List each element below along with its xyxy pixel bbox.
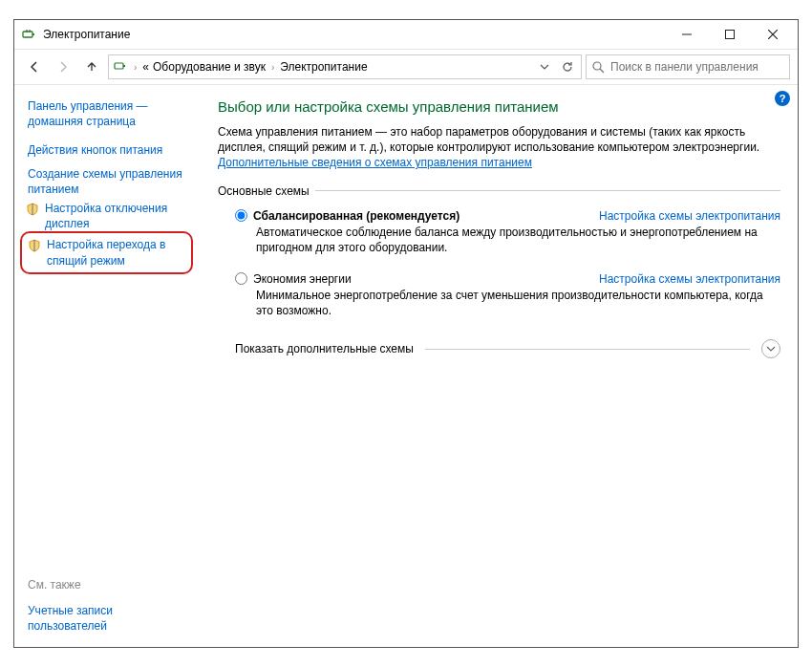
breadcrumb-power[interactable]: Электропитание bbox=[280, 60, 367, 74]
sidebar: Панель управления — домашняя страница Де… bbox=[14, 85, 201, 647]
search-input[interactable] bbox=[609, 59, 783, 75]
page-description: Схема управления питанием — это набор па… bbox=[218, 124, 780, 171]
main-content: Выбор или настройка схемы управления пит… bbox=[201, 85, 798, 647]
sidebar-link-sleep[interactable]: Настройка перехода в спящий режим bbox=[47, 237, 185, 268]
window-title: Электропитание bbox=[43, 28, 130, 41]
svg-point-6 bbox=[593, 62, 601, 70]
chevron-right-icon: › bbox=[269, 62, 276, 73]
breadcrumb-root[interactable]: « bbox=[142, 60, 149, 74]
plan-balanced-radio[interactable] bbox=[235, 209, 247, 222]
back-button[interactable] bbox=[22, 54, 47, 79]
sidebar-link-sleep-highlighted: Настройка перехода в спящий режим bbox=[20, 231, 193, 273]
battery-plug-icon bbox=[22, 27, 37, 42]
show-more-plans-label: Показать дополнительные схемы bbox=[235, 342, 414, 355]
plan-balanced-desc: Автоматическое соблюдение баланса между … bbox=[235, 225, 780, 255]
section-main-label: Основные схемы bbox=[218, 184, 310, 198]
sidebar-link-create-plan[interactable]: Создание схемы управления питанием bbox=[26, 162, 193, 201]
svg-rect-4 bbox=[115, 63, 123, 69]
svg-rect-3 bbox=[725, 31, 734, 39]
svg-rect-1 bbox=[32, 33, 34, 35]
sidebar-link-display-off[interactable]: Настройка отключения дисплея bbox=[45, 201, 193, 231]
close-button[interactable] bbox=[751, 21, 794, 48]
shield-icon bbox=[26, 203, 41, 219]
breadcrumb-hardware[interactable]: Оборудование и звук bbox=[153, 60, 266, 74]
page-title: Выбор или настройка схемы управления пит… bbox=[218, 98, 780, 115]
help-icon[interactable]: ? bbox=[775, 91, 790, 106]
search-icon bbox=[592, 61, 605, 74]
plan-balanced-label: Сбалансированная (рекомендуется) bbox=[253, 209, 459, 223]
sidebar-see-also-label: См. также bbox=[26, 572, 193, 599]
sidebar-link-power-buttons[interactable]: Действия кнопок питания bbox=[26, 139, 193, 161]
svg-rect-5 bbox=[123, 65, 125, 67]
show-more-plans-row[interactable]: Показать дополнительные схемы bbox=[218, 337, 780, 360]
plan-balanced-settings-link[interactable]: Настройка схемы электропитания bbox=[599, 209, 780, 223]
address-bar[interactable]: › « Оборудование и звук › Электропитание bbox=[108, 54, 582, 79]
learn-more-link[interactable]: Дополнительные сведения о схемах управле… bbox=[218, 156, 532, 169]
address-dropdown[interactable] bbox=[535, 56, 554, 77]
shield-icon bbox=[28, 239, 43, 255]
sidebar-link-user-accounts[interactable]: Учетные записи пользователей bbox=[26, 599, 193, 637]
control-panel-icon bbox=[113, 58, 128, 76]
search-box[interactable] bbox=[586, 54, 790, 79]
plan-saver-settings-link[interactable]: Настройка схемы электропитания bbox=[599, 272, 780, 286]
plan-saver-label: Экономия энергии bbox=[253, 272, 352, 286]
forward-button[interactable] bbox=[51, 54, 75, 79]
chevron-right-icon: › bbox=[132, 62, 139, 73]
plan-saver-option[interactable]: Экономия энергии bbox=[235, 272, 352, 286]
up-button[interactable] bbox=[79, 54, 104, 79]
refresh-button[interactable] bbox=[558, 56, 577, 77]
svg-line-7 bbox=[600, 69, 604, 73]
svg-rect-0 bbox=[23, 32, 32, 37]
expand-button[interactable] bbox=[761, 339, 780, 358]
chevron-down-icon bbox=[766, 344, 776, 354]
plan-saver-desc: Минимальное энергопотребление за счет ум… bbox=[235, 288, 780, 318]
plan-saver-radio[interactable] bbox=[235, 272, 247, 285]
plan-balanced-option[interactable]: Сбалансированная (рекомендуется) bbox=[235, 209, 459, 223]
sidebar-home-link[interactable]: Панель управления — домашняя страница bbox=[26, 95, 193, 139]
maximize-button[interactable] bbox=[708, 21, 751, 48]
minimize-button[interactable] bbox=[665, 21, 708, 48]
